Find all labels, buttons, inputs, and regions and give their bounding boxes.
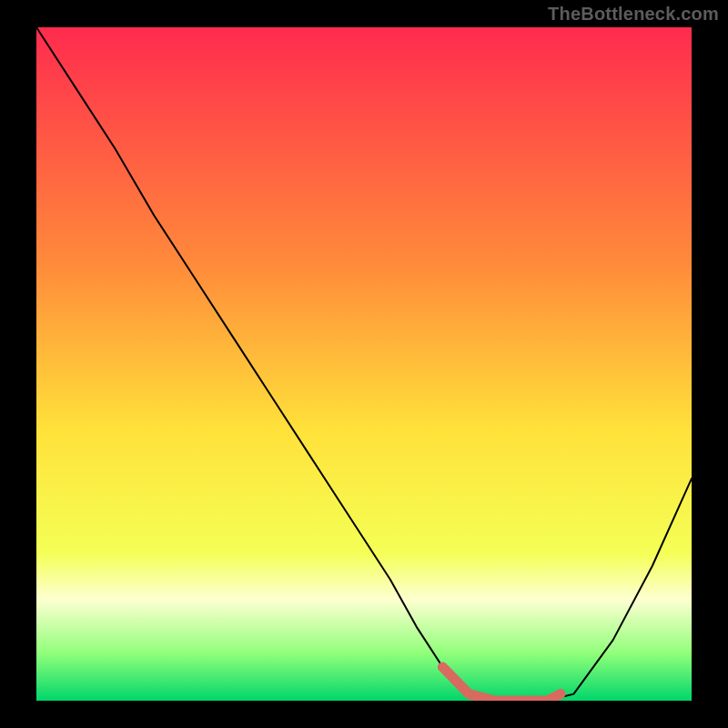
- plot-background: [36, 27, 692, 701]
- chart-svg: [0, 0, 728, 728]
- chart-container: TheBottleneck.com: [0, 0, 728, 728]
- watermark-label: TheBottleneck.com: [548, 4, 719, 25]
